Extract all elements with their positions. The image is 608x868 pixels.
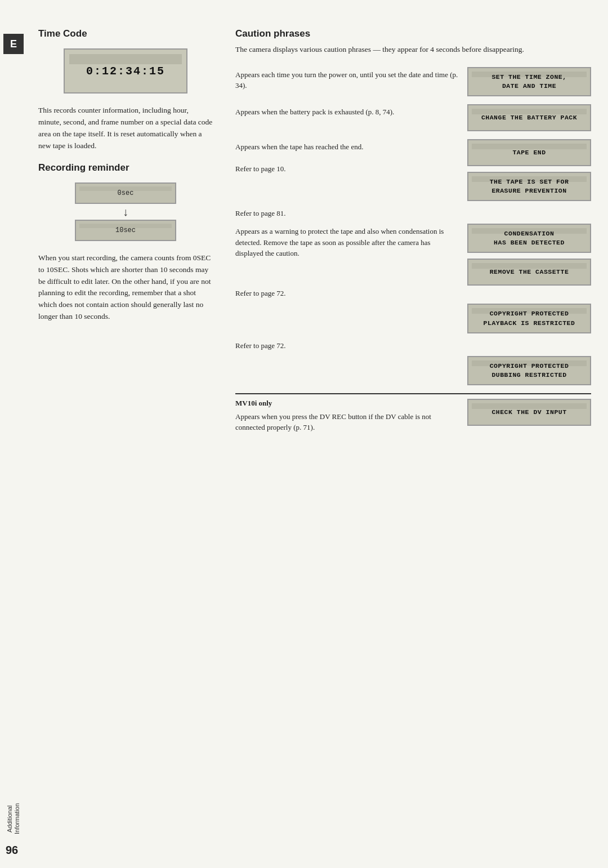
refer-copyright-playback: Refer to page 72.	[235, 341, 591, 350]
left-sidebar: E Additional Information 96	[0, 0, 27, 868]
caution-box-cassette-text: REMOVE THE CASSETTE	[490, 268, 569, 277]
caution-desc-copyright-dubbing	[235, 356, 458, 358]
caution-intro: The camera displays various caution phra…	[235, 44, 591, 56]
refer-tapeend: Refer to page 10.	[235, 164, 286, 173]
arrow-down-icon: ↓	[123, 206, 128, 217]
recording-diagram: 0sec ↓ 10sec	[75, 182, 176, 241]
rec-bottom-label: 10sec	[115, 226, 136, 234]
caution-box-dv-input-text: CHECK THE DV INPUT	[491, 408, 566, 417]
main-content: Time Code 0:12:34:15 This records counte…	[27, 0, 608, 868]
caution-row-tapeend: Appears when the tape has reached the en…	[235, 139, 591, 201]
recording-title: Recording reminder	[38, 162, 213, 173]
recording-body: When you start recording, the camera cou…	[38, 252, 213, 323]
caution-box-battery-text: CHANGE THE BATTERY PACK	[481, 113, 577, 122]
caution-desc-battery: Appears when the battery pack is exhaust…	[235, 104, 458, 118]
caution-box-condensation: CONDENSATIONHAS BEEN DETECTED	[467, 224, 591, 253]
caution-row-timezone: Appears each time you turn the power on,…	[235, 67, 591, 96]
caution-box-condensation-text: CONDENSATIONHAS BEEN DETECTED	[494, 229, 565, 247]
caution-desc-tapeend: Appears when the tape has reached the en…	[235, 139, 458, 175]
page-container: E Additional Information 96 Time Code 0:…	[0, 0, 608, 868]
caution-box-erasure: THE TAPE IS SET FORERASURE PREVENTION	[467, 172, 591, 201]
refer-cassette: Refer to page 72.	[235, 289, 591, 298]
caution-box-dv-input: CHECK THE DV INPUT	[467, 399, 591, 426]
caution-box-copyright-playback-text: COPYRIGHT PROTECTEDPLAYBACK IS RESTRICTE…	[484, 309, 575, 327]
caution-box-erasure-text: THE TAPE IS SET FORERASURE PREVENTION	[490, 177, 569, 195]
caution-box-copyright-dubbing-text: COPYRIGHT PROTECTEDDUBBING RESTRICTED	[490, 362, 569, 380]
caution-title: Caution phrases	[235, 28, 591, 39]
page-number: 96	[6, 844, 18, 857]
caution-box-tapeend-text: TAPE END	[512, 148, 546, 157]
tab-e: E	[3, 34, 24, 54]
mv10i-section: MV10i only Appears when you press the DV…	[235, 393, 591, 433]
right-column: Caution phrases The camera displays vari…	[230, 28, 591, 840]
caution-row-copyright-playback: COPYRIGHT PROTECTEDPLAYBACK IS RESTRICTE…	[235, 304, 591, 333]
caution-desc-timezone: Appears each time you turn the power on,…	[235, 67, 458, 91]
caution-box-battery: CHANGE THE BATTERY PACK	[467, 104, 591, 131]
caution-box-tapeend: TAPE END	[467, 139, 591, 166]
left-column: Time Code 0:12:34:15 This records counte…	[38, 28, 230, 840]
refer-erasure: Refer to page 81.	[235, 209, 591, 218]
caution-box-timezone-text: SET THE TIME ZONE,DATE AND TIME	[491, 73, 566, 91]
caution-desc-condensation: Appears as a warning to protect the tape…	[235, 224, 458, 259]
caution-row-copyright-dubbing: COPYRIGHT PROTECTEDDUBBING RESTRICTED	[235, 356, 591, 385]
timecode-display: 0:12:34:15	[64, 48, 187, 94]
mv10i-label: MV10i only	[235, 399, 458, 408]
bottom-sidebar: Additional Information	[0, 803, 27, 834]
caution-row-battery: Appears when the battery pack is exhaust…	[235, 104, 591, 131]
caution-box-timezone: SET THE TIME ZONE,DATE AND TIME	[467, 67, 591, 96]
caution-box-cassette: REMOVE THE CASSETTE	[467, 259, 591, 286]
timecode-value: 0:12:34:15	[86, 65, 165, 78]
rec-box-top: 0sec	[75, 182, 176, 204]
caution-row-condensation: Appears as a warning to protect the tape…	[235, 224, 591, 286]
caution-box-copyright-playback: COPYRIGHT PROTECTEDPLAYBACK IS RESTRICTE…	[467, 304, 591, 333]
timecode-body: This records counter information, includ…	[38, 105, 213, 152]
caution-desc-copyright-playback	[235, 304, 458, 306]
mv10i-left: MV10i only Appears when you press the DV…	[235, 399, 458, 433]
rec-top-label: 0sec	[118, 189, 134, 197]
rec-box-bottom: 10sec	[75, 220, 176, 241]
caution-box-copyright-dubbing: COPYRIGHT PROTECTEDDUBBING RESTRICTED	[467, 356, 591, 385]
timecode-title: Time Code	[38, 28, 213, 39]
sidebar-label: Additional Information	[6, 803, 21, 834]
mv10i-desc: Appears when you press the DV REC button…	[235, 411, 458, 433]
